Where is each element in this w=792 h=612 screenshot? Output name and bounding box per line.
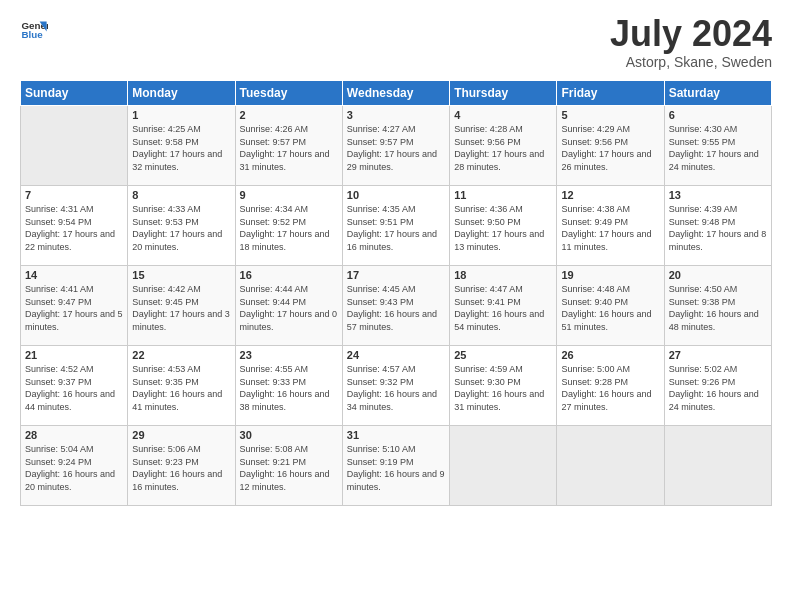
month-title: July 2024: [610, 16, 772, 52]
header-monday: Monday: [128, 81, 235, 106]
day-number: 3: [347, 109, 445, 121]
day-info: Sunrise: 4:48 AM Sunset: 9:40 PM Dayligh…: [561, 283, 659, 333]
week-row-4: 21Sunrise: 4:52 AM Sunset: 9:37 PM Dayli…: [21, 346, 772, 426]
day-info: Sunrise: 4:31 AM Sunset: 9:54 PM Dayligh…: [25, 203, 123, 253]
day-info: Sunrise: 4:45 AM Sunset: 9:43 PM Dayligh…: [347, 283, 445, 333]
header-wednesday: Wednesday: [342, 81, 449, 106]
day-info: Sunrise: 5:06 AM Sunset: 9:23 PM Dayligh…: [132, 443, 230, 493]
day-number: 5: [561, 109, 659, 121]
day-info: Sunrise: 4:52 AM Sunset: 9:37 PM Dayligh…: [25, 363, 123, 413]
day-number: 18: [454, 269, 552, 281]
day-info: Sunrise: 4:42 AM Sunset: 9:45 PM Dayligh…: [132, 283, 230, 333]
day-number: 26: [561, 349, 659, 361]
day-cell: 31Sunrise: 5:10 AM Sunset: 9:19 PM Dayli…: [342, 426, 449, 506]
day-info: Sunrise: 5:02 AM Sunset: 9:26 PM Dayligh…: [669, 363, 767, 413]
day-number: 20: [669, 269, 767, 281]
day-number: 7: [25, 189, 123, 201]
day-cell: 22Sunrise: 4:53 AM Sunset: 9:35 PM Dayli…: [128, 346, 235, 426]
day-cell: 7Sunrise: 4:31 AM Sunset: 9:54 PM Daylig…: [21, 186, 128, 266]
day-info: Sunrise: 4:41 AM Sunset: 9:47 PM Dayligh…: [25, 283, 123, 333]
day-cell: 18Sunrise: 4:47 AM Sunset: 9:41 PM Dayli…: [450, 266, 557, 346]
day-number: 16: [240, 269, 338, 281]
day-info: Sunrise: 4:28 AM Sunset: 9:56 PM Dayligh…: [454, 123, 552, 173]
day-cell: 29Sunrise: 5:06 AM Sunset: 9:23 PM Dayli…: [128, 426, 235, 506]
day-cell: 21Sunrise: 4:52 AM Sunset: 9:37 PM Dayli…: [21, 346, 128, 426]
day-cell: 25Sunrise: 4:59 AM Sunset: 9:30 PM Dayli…: [450, 346, 557, 426]
day-number: 21: [25, 349, 123, 361]
day-cell: [557, 426, 664, 506]
day-cell: 1Sunrise: 4:25 AM Sunset: 9:58 PM Daylig…: [128, 106, 235, 186]
day-cell: 23Sunrise: 4:55 AM Sunset: 9:33 PM Dayli…: [235, 346, 342, 426]
day-cell: 3Sunrise: 4:27 AM Sunset: 9:57 PM Daylig…: [342, 106, 449, 186]
day-number: 17: [347, 269, 445, 281]
day-info: Sunrise: 4:57 AM Sunset: 9:32 PM Dayligh…: [347, 363, 445, 413]
day-number: 29: [132, 429, 230, 441]
day-number: 15: [132, 269, 230, 281]
day-cell: 15Sunrise: 4:42 AM Sunset: 9:45 PM Dayli…: [128, 266, 235, 346]
header-saturday: Saturday: [664, 81, 771, 106]
day-info: Sunrise: 4:44 AM Sunset: 9:44 PM Dayligh…: [240, 283, 338, 333]
day-info: Sunrise: 5:10 AM Sunset: 9:19 PM Dayligh…: [347, 443, 445, 493]
day-info: Sunrise: 5:00 AM Sunset: 9:28 PM Dayligh…: [561, 363, 659, 413]
day-cell: 26Sunrise: 5:00 AM Sunset: 9:28 PM Dayli…: [557, 346, 664, 426]
day-number: 4: [454, 109, 552, 121]
day-info: Sunrise: 4:53 AM Sunset: 9:35 PM Dayligh…: [132, 363, 230, 413]
day-number: 9: [240, 189, 338, 201]
day-number: 2: [240, 109, 338, 121]
day-info: Sunrise: 4:55 AM Sunset: 9:33 PM Dayligh…: [240, 363, 338, 413]
header-tuesday: Tuesday: [235, 81, 342, 106]
day-cell: 4Sunrise: 4:28 AM Sunset: 9:56 PM Daylig…: [450, 106, 557, 186]
day-number: 31: [347, 429, 445, 441]
day-cell: 16Sunrise: 4:44 AM Sunset: 9:44 PM Dayli…: [235, 266, 342, 346]
header-thursday: Thursday: [450, 81, 557, 106]
day-cell: 30Sunrise: 5:08 AM Sunset: 9:21 PM Dayli…: [235, 426, 342, 506]
day-cell: 8Sunrise: 4:33 AM Sunset: 9:53 PM Daylig…: [128, 186, 235, 266]
day-info: Sunrise: 5:04 AM Sunset: 9:24 PM Dayligh…: [25, 443, 123, 493]
day-info: Sunrise: 4:34 AM Sunset: 9:52 PM Dayligh…: [240, 203, 338, 253]
day-info: Sunrise: 4:35 AM Sunset: 9:51 PM Dayligh…: [347, 203, 445, 253]
location-subtitle: Astorp, Skane, Sweden: [610, 54, 772, 70]
header: General Blue July 2024 Astorp, Skane, Sw…: [20, 16, 772, 70]
day-cell: 20Sunrise: 4:50 AM Sunset: 9:38 PM Dayli…: [664, 266, 771, 346]
day-number: 28: [25, 429, 123, 441]
day-info: Sunrise: 5:08 AM Sunset: 9:21 PM Dayligh…: [240, 443, 338, 493]
day-cell: [21, 106, 128, 186]
day-info: Sunrise: 4:27 AM Sunset: 9:57 PM Dayligh…: [347, 123, 445, 173]
day-cell: 12Sunrise: 4:38 AM Sunset: 9:49 PM Dayli…: [557, 186, 664, 266]
day-cell: 13Sunrise: 4:39 AM Sunset: 9:48 PM Dayli…: [664, 186, 771, 266]
day-number: 10: [347, 189, 445, 201]
day-cell: [664, 426, 771, 506]
day-cell: 28Sunrise: 5:04 AM Sunset: 9:24 PM Dayli…: [21, 426, 128, 506]
day-cell: 6Sunrise: 4:30 AM Sunset: 9:55 PM Daylig…: [664, 106, 771, 186]
day-number: 19: [561, 269, 659, 281]
day-info: Sunrise: 4:39 AM Sunset: 9:48 PM Dayligh…: [669, 203, 767, 253]
day-info: Sunrise: 4:25 AM Sunset: 9:58 PM Dayligh…: [132, 123, 230, 173]
day-number: 25: [454, 349, 552, 361]
day-cell: 17Sunrise: 4:45 AM Sunset: 9:43 PM Dayli…: [342, 266, 449, 346]
day-number: 22: [132, 349, 230, 361]
day-cell: [450, 426, 557, 506]
day-info: Sunrise: 4:38 AM Sunset: 9:49 PM Dayligh…: [561, 203, 659, 253]
day-info: Sunrise: 4:33 AM Sunset: 9:53 PM Dayligh…: [132, 203, 230, 253]
day-cell: 2Sunrise: 4:26 AM Sunset: 9:57 PM Daylig…: [235, 106, 342, 186]
calendar-table: Sunday Monday Tuesday Wednesday Thursday…: [20, 80, 772, 506]
day-cell: 27Sunrise: 5:02 AM Sunset: 9:26 PM Dayli…: [664, 346, 771, 426]
day-cell: 14Sunrise: 4:41 AM Sunset: 9:47 PM Dayli…: [21, 266, 128, 346]
day-info: Sunrise: 4:50 AM Sunset: 9:38 PM Dayligh…: [669, 283, 767, 333]
day-number: 14: [25, 269, 123, 281]
days-header-row: Sunday Monday Tuesday Wednesday Thursday…: [21, 81, 772, 106]
day-number: 24: [347, 349, 445, 361]
day-info: Sunrise: 4:29 AM Sunset: 9:56 PM Dayligh…: [561, 123, 659, 173]
day-info: Sunrise: 4:26 AM Sunset: 9:57 PM Dayligh…: [240, 123, 338, 173]
logo-icon: General Blue: [20, 16, 48, 44]
title-block: July 2024 Astorp, Skane, Sweden: [610, 16, 772, 70]
day-number: 6: [669, 109, 767, 121]
day-number: 27: [669, 349, 767, 361]
week-row-1: 1Sunrise: 4:25 AM Sunset: 9:58 PM Daylig…: [21, 106, 772, 186]
calendar-page: General Blue July 2024 Astorp, Skane, Sw…: [0, 0, 792, 612]
day-cell: 10Sunrise: 4:35 AM Sunset: 9:51 PM Dayli…: [342, 186, 449, 266]
day-number: 30: [240, 429, 338, 441]
day-cell: 11Sunrise: 4:36 AM Sunset: 9:50 PM Dayli…: [450, 186, 557, 266]
day-cell: 9Sunrise: 4:34 AM Sunset: 9:52 PM Daylig…: [235, 186, 342, 266]
day-info: Sunrise: 4:30 AM Sunset: 9:55 PM Dayligh…: [669, 123, 767, 173]
